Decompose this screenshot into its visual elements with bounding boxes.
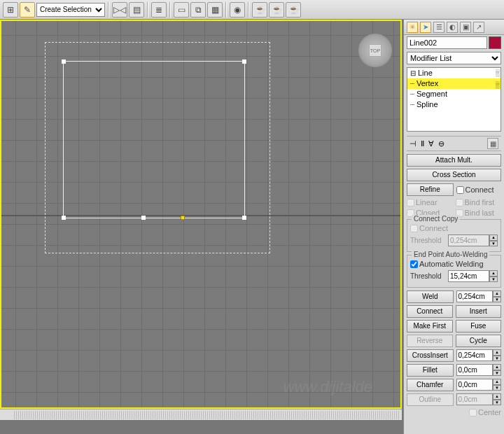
utilities-tab-icon[interactable]: ↗ bbox=[473, 22, 484, 33]
material-editor-icon[interactable]: ◉ bbox=[230, 2, 245, 18]
stack-segment[interactable]: ┈ Segment bbox=[407, 89, 500, 99]
vertex[interactable] bbox=[242, 216, 246, 220]
vertex[interactable] bbox=[62, 216, 66, 220]
reverse-button: Reverse bbox=[407, 335, 453, 347]
vertex[interactable] bbox=[62, 59, 66, 64]
aw-threshold-label: Threshold bbox=[410, 270, 445, 282]
connect-button[interactable]: Connect bbox=[407, 305, 453, 318]
toolbar-icon-2[interactable]: ✎ bbox=[20, 2, 35, 18]
motion-tab-icon[interactable]: ◐ bbox=[447, 22, 458, 33]
cycle-button[interactable]: Cycle bbox=[456, 335, 502, 347]
crossinsert-button[interactable]: CrossInsert bbox=[407, 349, 454, 362]
fillet-spinner[interactable]: 0,0cm▲▼ bbox=[456, 364, 502, 376]
linear-checkbox: Linear bbox=[407, 198, 453, 206]
cross-section-button[interactable]: Cross Section bbox=[407, 169, 501, 181]
quick-render-icon[interactable]: ☕ bbox=[286, 2, 301, 18]
modifier-list-dropdown[interactable]: Modifier List bbox=[407, 52, 501, 64]
show-end-result-icon[interactable]: Ⅱ bbox=[421, 139, 424, 148]
vertex-selected[interactable] bbox=[181, 216, 185, 220]
align-icon[interactable]: ▤ bbox=[129, 2, 144, 18]
make-first-button[interactable]: Make First bbox=[407, 320, 453, 332]
outline-button: Outline bbox=[407, 393, 454, 406]
display-tab-icon[interactable]: ▣ bbox=[460, 22, 471, 33]
auto-welding-group: End Point Auto-Welding Automatic Welding… bbox=[407, 255, 501, 288]
auto-weld-label: End Point Auto-Welding bbox=[412, 251, 489, 258]
chamfer-spinner[interactable]: 0,0cm▲▼ bbox=[456, 379, 502, 391]
configure-sets-icon[interactable]: ▦ bbox=[487, 138, 498, 149]
create-tab-icon[interactable]: ✳ bbox=[407, 22, 418, 33]
cc-threshold-spinner: 0,254cm▲▼ bbox=[448, 234, 498, 246]
selection-set-dropdown[interactable]: Create Selection Se bbox=[36, 3, 105, 17]
object-color-swatch[interactable] bbox=[489, 36, 501, 49]
command-panel: ✳ ➤ ☰ ◐ ▣ ↗ Line002 Modifier List ░ ⊟ Li… bbox=[403, 20, 504, 434]
weld-spinner[interactable]: 0,254cm▲▼ bbox=[456, 290, 502, 302]
dope-sheet-icon[interactable]: ⧉ bbox=[190, 2, 206, 18]
bind-first-checkbox: Bind first bbox=[456, 198, 502, 206]
chamfer-button[interactable]: Chamfer bbox=[407, 379, 454, 391]
connect-copy-group: Connect Copy Connect Threshold 0,254cm▲▼ bbox=[407, 219, 501, 252]
mirror-icon[interactable]: ▷◁ bbox=[112, 2, 127, 18]
connect-checkbox[interactable]: Connect bbox=[456, 183, 502, 196]
modify-tab-icon[interactable]: ➤ bbox=[420, 22, 431, 33]
weld-button[interactable]: Weld bbox=[407, 290, 454, 303]
rollout-geometry: Attach Mult. Cross Section Refine Connec… bbox=[404, 151, 504, 434]
viewcube-face[interactable]: TOP bbox=[369, 44, 382, 57]
connect-copy-checkbox: Connect bbox=[410, 224, 498, 232]
make-unique-icon[interactable]: ∀ bbox=[428, 139, 434, 148]
bind-last-checkbox: Bind last bbox=[456, 209, 502, 217]
toolbar-icon-1[interactable]: ⊞ bbox=[3, 2, 18, 18]
stack-spline[interactable]: ┈ Spline bbox=[407, 99, 500, 110]
pin-stack-icon[interactable]: ⊣ bbox=[410, 139, 416, 148]
hierarchy-tab-icon[interactable]: ☰ bbox=[433, 22, 444, 33]
remove-modifier-icon[interactable]: ⊖ bbox=[438, 139, 444, 148]
curve-editor-icon[interactable]: ▭ bbox=[174, 2, 189, 18]
timeline-scrollbar[interactable] bbox=[0, 409, 402, 420]
object-name-field[interactable]: Line002 bbox=[407, 36, 487, 49]
watermark: www.dijitalde bbox=[284, 378, 372, 396]
stack-controls: ⊣ Ⅱ ∀ ⊖ ▦ bbox=[407, 136, 501, 151]
vertex[interactable] bbox=[242, 59, 246, 64]
fuse-button[interactable]: Fuse bbox=[456, 320, 502, 332]
modifier-stack[interactable]: ░ ⊟ Line ┈ Vertex░ ┈ Segment ┈ Spline bbox=[407, 67, 501, 132]
command-tabs: ✳ ➤ ☰ ◐ ▣ ↗ bbox=[404, 20, 504, 35]
attach-mult-button[interactable]: Attach Mult. bbox=[407, 154, 501, 167]
outline-spinner: 0,0cm▲▼ bbox=[456, 393, 502, 405]
viewcube[interactable]: TOP bbox=[358, 34, 392, 67]
stack-vertex[interactable]: ┈ Vertex░ bbox=[407, 78, 500, 89]
layers-icon[interactable]: ≣ bbox=[151, 2, 167, 18]
refine-button[interactable]: Refine bbox=[407, 183, 454, 196]
viewport-top[interactable]: TOP www.dijitalde bbox=[0, 20, 402, 409]
fillet-button[interactable]: Fillet bbox=[407, 364, 454, 377]
crossinsert-spinner[interactable]: 0,254cm▲▼ bbox=[456, 349, 502, 361]
cc-threshold-label: Threshold bbox=[410, 234, 445, 246]
schematic-view-icon[interactable]: ▦ bbox=[207, 2, 223, 18]
render-frame-icon[interactable]: ☕ bbox=[269, 2, 284, 18]
auto-welding-checkbox[interactable]: Automatic Welding bbox=[410, 260, 498, 268]
top-toolbar: ⊞ ✎ Create Selection Se ▷◁ ▤ ≣ ▭ ⧉ ▦ ◉ ☕… bbox=[0, 0, 504, 20]
connect-copy-label: Connect Copy bbox=[412, 215, 460, 223]
center-checkbox: Center bbox=[469, 408, 501, 416]
vertex[interactable] bbox=[141, 216, 146, 220]
insert-button[interactable]: Insert bbox=[456, 305, 502, 318]
render-setup-icon[interactable]: ☕ bbox=[252, 2, 267, 18]
line-shape bbox=[63, 61, 245, 218]
aw-threshold-spinner[interactable]: 15,24cm▲▼ bbox=[448, 270, 498, 282]
stack-line[interactable]: ⊟ Line bbox=[407, 68, 500, 78]
stack-type-icon: ░ bbox=[496, 69, 499, 76]
